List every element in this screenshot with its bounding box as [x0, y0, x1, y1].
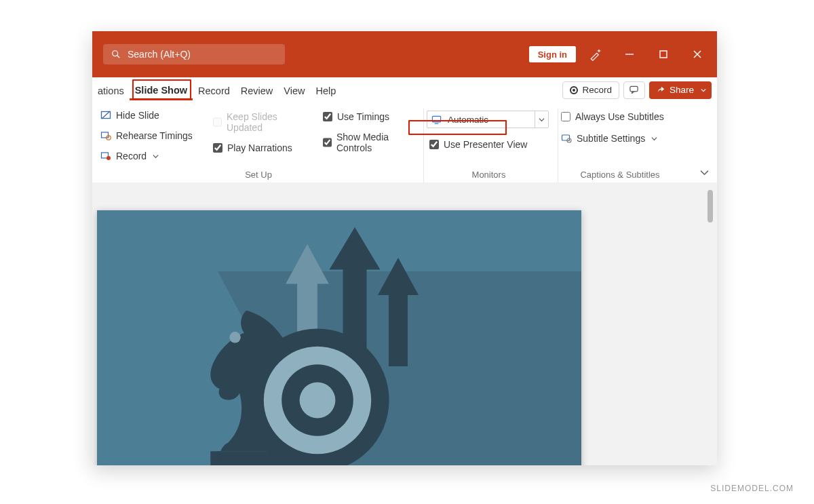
record-slideshow-icon [100, 151, 111, 161]
pen-sparkle-icon [589, 47, 602, 61]
chevron-down-icon [701, 88, 706, 93]
maximize-button[interactable] [649, 39, 678, 69]
slide-stage: Hoshin Kanri [92, 183, 717, 465]
present-live-button[interactable] [623, 81, 645, 99]
group-set-up: Hide Slide Rehearse Timings Record [98, 109, 424, 182]
svg-line-8 [102, 111, 110, 119]
search-icon [111, 50, 121, 59]
svg-rect-6 [630, 86, 638, 92]
draw-pen-button[interactable] [581, 39, 610, 69]
hide-slide-icon [100, 110, 111, 121]
svg-rect-16 [562, 135, 570, 140]
monitor-icon [427, 115, 445, 125]
subtitle-settings-icon [561, 133, 572, 144]
hide-slide-button[interactable]: Hide Slide [100, 110, 195, 121]
comment-icon [629, 85, 639, 95]
subtitle-settings-button[interactable]: Subtitle Settings [561, 133, 679, 144]
group-label-setup: Set Up [100, 166, 416, 182]
group-label-captions: Captions & Subtitles [561, 166, 679, 182]
tab-record[interactable]: Record [193, 80, 235, 100]
svg-point-0 [113, 51, 118, 56]
always-subtitles-checkbox[interactable]: Always Use Subtitles [561, 111, 679, 122]
keep-slides-updated-checkbox: Keep Slides Updated [213, 111, 305, 133]
record-dropdown-button[interactable]: Record [100, 151, 195, 161]
svg-point-18 [568, 140, 570, 141]
rehearse-timings-button[interactable]: Rehearse Timings [100, 130, 195, 141]
use-presenter-view-checkbox[interactable]: Use Presenter View [429, 139, 551, 150]
maximize-icon [658, 49, 669, 60]
record-button[interactable]: Record [562, 81, 619, 99]
minimize-button[interactable] [615, 39, 644, 69]
svg-point-23 [300, 383, 336, 419]
ribbon-tabs: ations Slide Show Record Review View Hel… [92, 77, 717, 103]
tab-previous-cut[interactable]: ations [95, 80, 130, 100]
sign-in-button[interactable]: Sign in [529, 46, 576, 62]
vertical-scrollbar[interactable] [706, 190, 714, 459]
svg-rect-3 [660, 51, 667, 58]
ribbon-body: Hide Slide Rehearse Timings Record [92, 103, 717, 183]
watermark: SLIDEMODEL.COM [710, 484, 794, 493]
rehearse-icon [100, 130, 111, 141]
monitor-value: Automatic [445, 115, 535, 125]
chevron-down-icon [153, 153, 159, 159]
svg-point-13 [106, 156, 111, 160]
tab-slide-show[interactable]: Slide Show [130, 79, 193, 100]
tab-view[interactable]: View [278, 80, 310, 100]
share-icon [656, 85, 665, 95]
group-label-monitors: Monitors [427, 166, 551, 182]
group-captions: Always Use Subtitles Subtitle Settings C… [558, 109, 686, 182]
slide-preview[interactable]: Hoshin Kanri [97, 210, 581, 465]
chevron-down-icon [539, 117, 545, 123]
close-icon [692, 49, 703, 60]
record-dot-icon [570, 86, 578, 94]
svg-rect-9 [102, 132, 109, 138]
scrollbar-thumb[interactable] [708, 190, 713, 222]
group-monitors: Automatic Use Presenter View Monitors [424, 109, 558, 182]
show-media-controls-checkbox[interactable]: Show Media Controls [323, 132, 416, 153]
tab-review[interactable]: Review [235, 80, 279, 100]
close-button[interactable] [683, 39, 712, 69]
target-icon [243, 326, 392, 465]
collapse-ribbon-button[interactable] [698, 166, 710, 178]
share-button[interactable]: Share [649, 81, 712, 99]
svg-point-19 [229, 332, 240, 343]
monitor-select[interactable]: Automatic [427, 111, 549, 128]
minimize-icon [624, 49, 635, 60]
use-timings-checkbox[interactable]: Use Timings [323, 111, 416, 122]
monitor-dropdown-arrow[interactable] [535, 111, 548, 128]
svg-line-1 [117, 56, 120, 58]
app-window: Search (Alt+Q) Sign in ations Slide Show… [92, 31, 717, 465]
search-box[interactable]: Search (Alt+Q) [103, 44, 285, 64]
title-bar: Search (Alt+Q) Sign in [92, 31, 717, 77]
search-placeholder: Search (Alt+Q) [128, 49, 191, 60]
svg-rect-14 [432, 116, 440, 121]
play-narrations-checkbox[interactable]: Play Narrations [213, 142, 305, 153]
chevron-down-icon [700, 168, 709, 177]
chevron-down-icon [651, 136, 657, 142]
tab-help[interactable]: Help [311, 80, 342, 100]
